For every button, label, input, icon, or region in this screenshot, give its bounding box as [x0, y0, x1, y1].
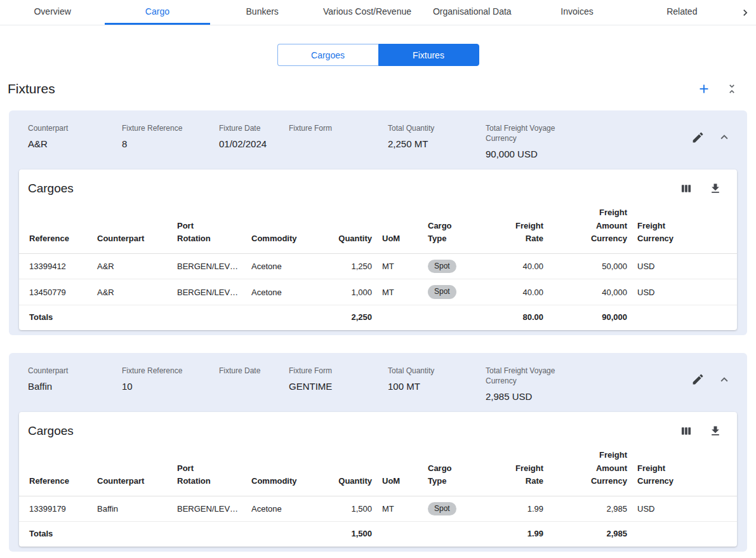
field-total-quantity: Total Quantity 100 MT: [388, 366, 486, 402]
cell-commodity: Acetone: [246, 253, 324, 279]
cell-freight-amount: 50,000: [548, 253, 632, 279]
cargoes-card: Cargoes Reference Counterpart P: [19, 412, 737, 547]
field-value: 100 MT: [388, 381, 478, 392]
field-value: 8: [122, 138, 211, 149]
cell-commodity: Acetone: [246, 496, 324, 522]
fixture-header: Counterpart Baffin Fixture Reference 10 …: [9, 353, 747, 412]
columns-icon: [680, 182, 693, 195]
col-header-commodity: Commodity: [246, 440, 324, 496]
add-fixture-button[interactable]: [696, 81, 712, 96]
toggle-cargoes-button[interactable]: Cargoes: [277, 44, 378, 66]
field-fixture-date: Fixture Date: [219, 366, 289, 402]
cargoes-table: Reference Counterpart Port Rotation Comm…: [19, 440, 737, 547]
field-value: A&R: [28, 138, 114, 149]
chevron-right-icon[interactable]: [734, 0, 756, 25]
cell-uom: MT: [377, 279, 423, 305]
cargoes-actions: [679, 181, 723, 196]
cell-port-rotation: BERGEN/LEV…: [172, 279, 246, 305]
cargoes-card: Cargoes Reference Counterpart P: [19, 169, 737, 330]
cell-port-rotation: BERGEN/LEV…: [172, 496, 246, 522]
download-icon: [709, 182, 722, 195]
field-label: Fixture Form: [289, 366, 380, 376]
totals-row: Totals 1,500 1.99 2,985: [19, 522, 737, 547]
column-settings-button[interactable]: [679, 423, 694, 439]
collapse-fixture-button[interactable]: [717, 130, 732, 145]
field-value: 2,985 USD: [486, 391, 562, 402]
col-header-freight-amount-currency: Freight Amount Currency: [548, 440, 632, 496]
field-label: Total Quantity: [388, 123, 478, 133]
tab-invoices[interactable]: Invoices: [524, 0, 629, 25]
table-header-row: Reference Counterpart Port Rotation Comm…: [19, 440, 737, 496]
page-header: Fixtures: [0, 66, 756, 110]
totals-label: Totals: [19, 522, 92, 547]
table-row[interactable]: 13450779 A&R BERGEN/LEV… Acetone 1,000 M…: [19, 279, 737, 305]
tab-bunkers[interactable]: Bunkers: [210, 0, 315, 25]
cell-commodity: Acetone: [246, 279, 324, 305]
field-total-freight: Total Freight Voyage Currency 2,985 USD: [486, 366, 569, 402]
page-title: Fixtures: [8, 81, 55, 96]
totals-label: Totals: [19, 305, 92, 330]
cargoes-table: Reference Counterpart Port Rotation Comm…: [19, 197, 737, 330]
cell-reference: 13450779: [19, 279, 92, 305]
cell-freight-amount: 2,985: [548, 496, 632, 522]
collapse-fixture-button[interactable]: [717, 372, 732, 387]
tab-cargo[interactable]: Cargo: [105, 0, 209, 25]
cell-cargo-type: Spot: [423, 253, 484, 279]
cell-reference: 13399412: [19, 253, 92, 279]
cell-quantity: 1,000: [324, 279, 377, 305]
tab-overview[interactable]: Overview: [0, 0, 105, 25]
col-header-counterpart: Counterpart: [92, 197, 172, 253]
tab-various-cost-revenue[interactable]: Various Cost/Revenue: [315, 0, 420, 25]
col-header-reference: Reference: [19, 440, 92, 496]
collapse-all-button[interactable]: [724, 81, 739, 96]
col-header-freight-currency: Freight Currency: [632, 197, 737, 253]
col-header-reference: Reference: [19, 197, 92, 253]
fixture-actions: [690, 366, 732, 402]
cell-uom: MT: [377, 496, 423, 522]
download-button[interactable]: [708, 181, 723, 196]
field-fixture-reference: Fixture Reference 8: [122, 123, 219, 159]
cargoes-title: Cargoes: [28, 182, 74, 196]
table-row[interactable]: 13399412 A&R BERGEN/LEV… Acetone 1,250 M…: [19, 253, 737, 279]
top-navigation: Overview Cargo Bunkers Various Cost/Reve…: [0, 0, 756, 25]
field-label: Fixture Date: [219, 366, 281, 376]
cargoes-card-header: Cargoes: [19, 412, 737, 440]
field-fixture-reference: Fixture Reference 10: [122, 366, 219, 402]
cargo-type-badge: Spot: [428, 260, 456, 274]
cell-cargo-type: Spot: [423, 496, 484, 522]
totals-freight-rate: 80.00: [484, 305, 548, 330]
columns-icon: [680, 425, 693, 437]
view-toggle-group: Cargoes Fixtures: [0, 44, 756, 66]
cell-freight-rate: 40.00: [484, 279, 548, 305]
collapse-all-icon: [726, 83, 738, 95]
field-total-quantity: Total Quantity 2,250 MT: [388, 123, 486, 159]
cell-freight-amount: 40,000: [548, 279, 632, 305]
cell-port-rotation: BERGEN/LEV…: [172, 253, 246, 279]
toggle-fixtures-button[interactable]: Fixtures: [378, 44, 479, 66]
tab-related[interactable]: Related: [630, 0, 734, 25]
download-button[interactable]: [708, 423, 723, 439]
cell-freight-currency: USD: [632, 496, 737, 522]
field-label: Fixture Date: [219, 123, 281, 133]
col-header-counterpart: Counterpart: [92, 440, 172, 496]
cargo-type-badge: Spot: [428, 502, 456, 516]
cell-counterpart: A&R: [92, 279, 172, 305]
field-counterpart: Counterpart Baffin: [28, 366, 122, 402]
cargoes-title: Cargoes: [28, 424, 74, 438]
column-settings-button[interactable]: [679, 181, 694, 196]
field-label: Total Freight Voyage Currency: [486, 123, 562, 143]
cell-reference: 13399179: [19, 496, 92, 522]
field-value: 2,250 MT: [388, 138, 478, 149]
table-row[interactable]: 13399179 Baffin BERGEN/LEV… Acetone 1,50…: [19, 496, 737, 522]
col-header-commodity: Commodity: [246, 197, 324, 253]
col-header-uom: UoM: [377, 440, 423, 496]
totals-row: Totals 2,250 80.00 90,000: [19, 305, 737, 330]
plus-icon: [697, 82, 711, 96]
edit-fixture-button[interactable]: [690, 372, 705, 387]
tab-organisational-data[interactable]: Organisational Data: [420, 0, 524, 25]
fixture-header: Counterpart A&R Fixture Reference 8 Fixt…: [9, 110, 747, 169]
totals-freight-amount: 2,985: [548, 522, 632, 547]
col-header-freight-currency: Freight Currency: [632, 440, 737, 496]
edit-fixture-button[interactable]: [690, 130, 705, 145]
col-header-port-rotation: Port Rotation: [172, 440, 246, 496]
